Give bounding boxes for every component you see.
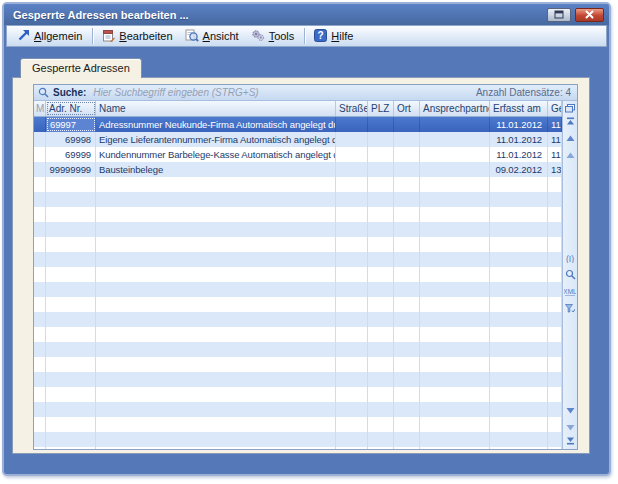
menu-item-bearbeiten[interactable]: Bearbeiten [96,27,179,45]
column-header[interactable]: Ge [548,101,562,116]
column-header[interactable]: M [34,101,46,116]
empty-cell [420,207,490,222]
table-cell[interactable] [394,162,420,177]
table-cell[interactable]: 11.01.2012 [490,117,548,132]
empty-cell [34,342,46,357]
table-cell[interactable] [336,132,368,147]
table-cell[interactable]: 99999999 [46,162,96,177]
empty-cell [336,417,368,432]
empty-cell [336,387,368,402]
menu-item-allgemein[interactable]: Allgemein [11,27,89,45]
scroll-bottom-icon[interactable] [564,434,577,447]
table-cell[interactable]: 69999 [46,147,96,162]
empty-cell [336,342,368,357]
table-row[interactable]: 69999Kundennummer Barbelege-Kasse Automa… [34,147,562,162]
table-cell[interactable] [34,162,46,177]
window-close-button[interactable] [575,8,604,22]
table-cell[interactable]: 13. [548,162,562,177]
empty-cell [490,357,548,372]
tab-page: Suche: Hier Suchbegriff eingeben (STRG+S… [12,77,590,454]
column-chooser-icon[interactable] [564,102,577,115]
search-bar[interactable]: Suche: Hier Suchbegriff eingeben (STRG+S… [34,85,577,101]
table-cell[interactable] [368,147,394,162]
search-input-placeholder[interactable]: Hier Suchbegriff eingeben (STRG+S) [93,86,258,100]
empty-cell [96,177,336,192]
empty-cell [96,402,336,417]
table-cell[interactable]: 11. [548,132,562,147]
table-cell[interactable] [336,162,368,177]
window-restore-button[interactable] [547,8,571,22]
table-cell[interactable] [336,117,368,132]
table-cell[interactable]: 11. [548,117,562,132]
empty-cell [548,447,562,449]
menu-item-tools[interactable]: Tools [246,27,302,45]
window-controls [547,8,604,22]
empty-row [34,402,562,417]
table-cell[interactable] [420,147,490,162]
empty-cell [548,417,562,432]
app-window: Gesperrte Adressen bearbeiten ... Allgem… [2,2,611,476]
table-cell[interactable] [34,132,46,147]
table-cell[interactable] [394,132,420,147]
table-cell[interactable]: Adressnummer Neukunde-Firma Automatisch … [96,117,336,132]
table-cell[interactable] [368,132,394,147]
table-cell[interactable]: 69997 [46,117,96,132]
page-up-icon[interactable] [564,149,577,162]
column-header[interactable]: Ort [394,101,420,116]
table-cell[interactable]: Bausteinbelege [96,162,336,177]
zoom-icon[interactable] [564,268,577,281]
row-down-icon[interactable] [564,404,577,417]
column-header[interactable]: Erfasst am [490,101,548,116]
help-icon: ? [313,29,327,42]
filter-icon[interactable] [564,302,577,315]
table-cell[interactable] [34,117,46,132]
empty-cell [548,222,562,237]
selection-icon[interactable]: (I) [564,251,577,264]
row-up-icon[interactable] [564,132,577,145]
page-down-icon[interactable] [564,421,577,434]
table-row[interactable]: 69997Adressnummer Neukunde-Firma Automat… [34,117,562,132]
column-header[interactable]: Ansprechpartner [420,101,490,116]
table-cell[interactable] [420,132,490,147]
table-cell[interactable] [34,147,46,162]
table-cell[interactable]: 11. [548,147,562,162]
xml-icon[interactable]: XML [564,285,577,298]
grid-panel: Suche: Hier Suchbegriff eingeben (STRG+S… [33,84,578,450]
empty-cell [394,177,420,192]
table-cell[interactable] [420,162,490,177]
column-header[interactable]: PLZ [368,101,394,116]
table-row[interactable]: 99999999Bausteinbelege09.02.201213. [34,162,562,177]
table-cell[interactable]: 09.02.2012 [490,162,548,177]
table-cell[interactable] [420,117,490,132]
column-header[interactable]: Adr. Nr. [46,101,96,116]
menu-separator [92,28,93,44]
table-cell[interactable] [394,117,420,132]
table-cell[interactable] [368,162,394,177]
table-cell[interactable]: Eigene Lieferantennummer-Firma Automatis… [96,132,336,147]
empty-cell [96,207,336,222]
column-header[interactable]: Name [96,101,336,116]
table-cell[interactable]: 11.01.2012 [490,147,548,162]
empty-cell [368,387,394,402]
table-cell[interactable]: 11.01.2012 [490,132,548,147]
table-row[interactable]: 69998Eigene Lieferantennummer-Firma Auto… [34,132,562,147]
window-title: Gesperrte Adressen bearbeiten ... [13,9,547,21]
empty-cell [548,312,562,327]
column-header[interactable]: Straße [336,101,368,116]
table-cell[interactable] [394,147,420,162]
empty-cell [34,327,46,342]
empty-cell [420,252,490,267]
table-cell[interactable] [336,147,368,162]
menu-item-hilfe[interactable]: ? Hilfe [308,27,360,45]
empty-cell [490,222,548,237]
menu-item-ansicht[interactable]: Ansicht [180,27,246,45]
restore-icon [554,10,564,19]
empty-cell [420,402,490,417]
tab-gesperrte-adressen[interactable]: Gesperrte Adressen [20,58,142,78]
table-cell[interactable] [368,117,394,132]
table-cell[interactable]: 69998 [46,132,96,147]
table-cell[interactable]: Kundennummer Barbelege-Kasse Automatisch… [96,147,336,162]
svg-text:(I): (I) [566,253,574,263]
title-bar[interactable]: Gesperrte Adressen bearbeiten ... [4,4,609,25]
scroll-top-icon[interactable] [564,115,577,128]
